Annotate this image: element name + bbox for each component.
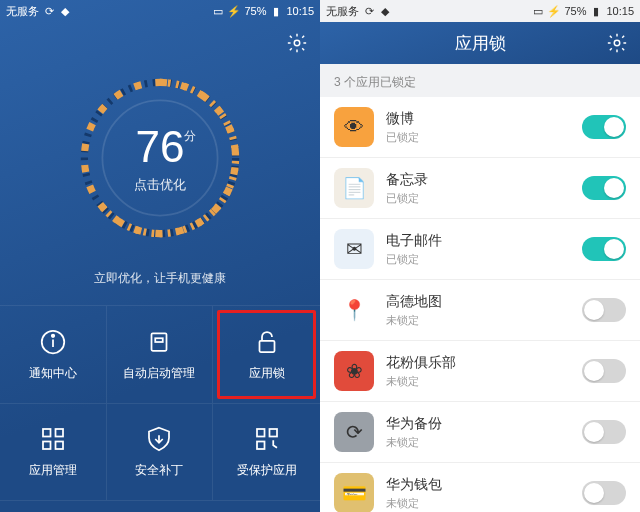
app-name: 华为备份: [386, 415, 570, 433]
app-state: 未锁定: [386, 435, 570, 450]
battery-pct: 75%: [564, 5, 586, 17]
lock-toggle[interactable]: [582, 420, 626, 444]
clock: 10:15: [286, 5, 314, 17]
lock-toggle[interactable]: [582, 298, 626, 322]
cell-autostart[interactable]: 自动启动管理: [107, 306, 214, 404]
lock-toggle[interactable]: [582, 359, 626, 383]
battery-pct: 75%: [244, 5, 266, 17]
tap-optimize-label: 点击优化: [70, 176, 250, 194]
app-icon: 👁: [334, 107, 374, 147]
app-name: 备忘录: [386, 171, 570, 189]
app-state: 未锁定: [386, 496, 570, 511]
cell-app-lock[interactable]: 应用锁: [213, 306, 320, 404]
svg-rect-7: [156, 338, 164, 342]
cell-security-patch[interactable]: 安全补丁: [107, 404, 214, 502]
vibrate-icon: ▭: [532, 5, 544, 17]
battery-icon: ▮: [590, 5, 602, 17]
svg-rect-13: [257, 429, 265, 437]
cell-label: 应用锁: [249, 365, 285, 382]
score-unit: 分: [184, 128, 196, 145]
cell-label: 应用管理: [29, 462, 77, 479]
bell-icon: [38, 327, 68, 357]
app-name: 微博: [386, 110, 570, 128]
settings-button[interactable]: [606, 32, 628, 54]
status-bar: 无服务 ⟳ ◆ ▭ ⚡ 75% ▮ 10:15: [320, 0, 640, 22]
gps-icon: ◆: [379, 5, 391, 17]
app-text: 花粉俱乐部未锁定: [386, 354, 570, 389]
feature-grid: 通知中心 自动启动管理 应用锁 应用管理 安全补丁 受保护应用: [0, 305, 320, 501]
locked-count: 3 个应用已锁定: [320, 64, 640, 97]
cell-label: 受保护应用: [237, 462, 297, 479]
app-name: 电子邮件: [386, 232, 570, 250]
cell-notifications[interactable]: 通知中心: [0, 306, 107, 404]
cell-label: 自动启动管理: [123, 365, 195, 382]
charge-icon: ⚡: [228, 5, 240, 17]
status-bar: 无服务 ⟳ ◆ ▭ ⚡ 75% ▮ 10:15: [0, 0, 320, 22]
cell-protected-apps[interactable]: 受保护应用: [213, 404, 320, 502]
slogan-text: 立即优化，让手机更健康: [0, 270, 320, 287]
list-item: 📄备忘录已锁定: [320, 158, 640, 219]
app-icon: ✉: [334, 229, 374, 269]
app-lock-screen: 无服务 ⟳ ◆ ▭ ⚡ 75% ▮ 10:15 应用锁 3 个应用已锁定 👁微博…: [320, 0, 640, 512]
list-item: ⟳华为备份未锁定: [320, 402, 640, 463]
charge-icon: ⚡: [548, 5, 560, 17]
svg-rect-14: [269, 429, 277, 437]
svg-point-5: [52, 334, 55, 337]
lock-toggle[interactable]: [582, 481, 626, 505]
lock-icon: [252, 327, 282, 357]
optimize-gauge[interactable]: 76 分 点击优化: [70, 68, 250, 248]
gps-icon: ◆: [59, 5, 71, 17]
page-title: 应用锁: [455, 32, 506, 55]
lock-toggle[interactable]: [582, 176, 626, 200]
app-list: 👁微博已锁定📄备忘录已锁定✉电子邮件已锁定📍高德地图未锁定❀花粉俱乐部未锁定⟳华…: [320, 97, 640, 512]
right-header: 应用锁: [320, 22, 640, 64]
clock: 10:15: [606, 5, 634, 17]
settings-button[interactable]: [286, 32, 308, 54]
app-name: 华为钱包: [386, 476, 570, 494]
battery-icon: ▮: [270, 5, 282, 17]
apps-icon: [38, 424, 68, 454]
app-state: 未锁定: [386, 313, 570, 328]
app-name: 高德地图: [386, 293, 570, 311]
app-icon: 💳: [334, 473, 374, 512]
cell-label: 安全补丁: [135, 462, 183, 479]
svg-rect-11: [43, 442, 51, 450]
app-text: 备忘录已锁定: [386, 171, 570, 206]
sync-icon: ⟳: [363, 5, 375, 17]
vibrate-icon: ▭: [212, 5, 224, 17]
left-header: [0, 22, 320, 64]
autostart-icon: [144, 327, 174, 357]
app-text: 华为钱包未锁定: [386, 476, 570, 511]
protected-icon: [252, 424, 282, 454]
svg-point-16: [614, 40, 620, 46]
cell-label: 通知中心: [29, 365, 77, 382]
svg-rect-15: [257, 442, 265, 450]
app-state: 已锁定: [386, 252, 570, 267]
list-item: 👁微博已锁定: [320, 97, 640, 158]
app-icon: 📄: [334, 168, 374, 208]
app-text: 电子邮件已锁定: [386, 232, 570, 267]
lock-toggle[interactable]: [582, 237, 626, 261]
app-state: 未锁定: [386, 374, 570, 389]
sync-icon: ⟳: [43, 5, 55, 17]
app-text: 高德地图未锁定: [386, 293, 570, 328]
svg-rect-9: [43, 429, 51, 437]
svg-rect-8: [259, 341, 274, 352]
carrier-text: 无服务: [6, 4, 39, 19]
app-text: 微博已锁定: [386, 110, 570, 145]
phone-manager-screen: 无服务 ⟳ ◆ ▭ ⚡ 75% ▮ 10:15: [0, 0, 320, 512]
app-icon: 📍: [334, 290, 374, 330]
cell-app-mgmt[interactable]: 应用管理: [0, 404, 107, 502]
list-item: 📍高德地图未锁定: [320, 280, 640, 341]
svg-rect-12: [55, 442, 63, 450]
app-state: 已锁定: [386, 191, 570, 206]
list-item: ✉电子邮件已锁定: [320, 219, 640, 280]
lock-toggle[interactable]: [582, 115, 626, 139]
svg-point-0: [294, 40, 300, 46]
shield-icon: [144, 424, 174, 454]
app-icon: ❀: [334, 351, 374, 391]
list-item: 💳华为钱包未锁定: [320, 463, 640, 512]
app-state: 已锁定: [386, 130, 570, 145]
carrier-text: 无服务: [326, 4, 359, 19]
app-text: 华为备份未锁定: [386, 415, 570, 450]
